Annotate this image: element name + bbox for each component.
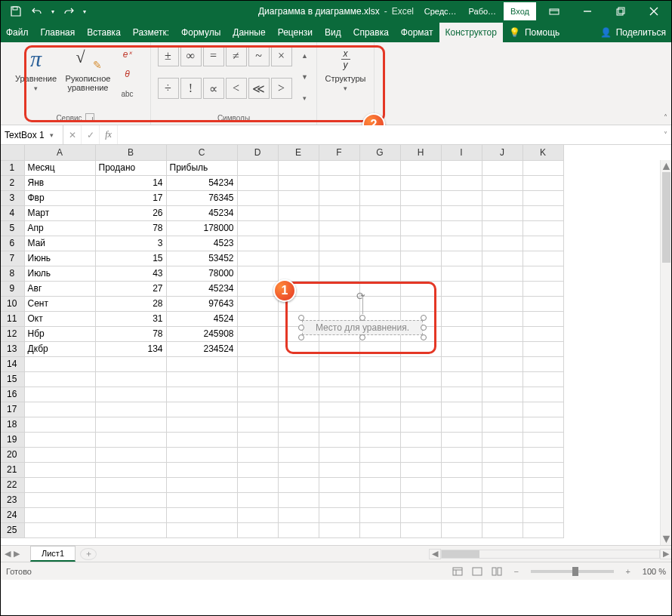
- row-header[interactable]: 24: [0, 507, 24, 522]
- cell[interactable]: [359, 205, 400, 220]
- cell[interactable]: [95, 356, 166, 371]
- cell[interactable]: [400, 175, 441, 190]
- resize-handle[interactable]: [298, 315, 304, 321]
- restore-icon[interactable]: [606, 0, 636, 23]
- cell[interactable]: [24, 477, 95, 492]
- cell[interactable]: [319, 296, 359, 311]
- cell[interactable]: [319, 236, 359, 251]
- cell[interactable]: [482, 236, 522, 251]
- cell[interactable]: [482, 522, 522, 537]
- cell[interactable]: [522, 507, 563, 522]
- equation-button[interactable]: π Уравнение ▾: [13, 45, 60, 103]
- cell[interactable]: [522, 432, 563, 447]
- symbol-times[interactable]: ×: [271, 45, 292, 66]
- resize-handle[interactable]: [421, 334, 427, 340]
- cell[interactable]: [319, 402, 359, 417]
- cell[interactable]: [400, 447, 441, 462]
- cell[interactable]: [359, 220, 400, 236]
- view-normal-icon[interactable]: [448, 565, 467, 578]
- cell[interactable]: [359, 462, 400, 477]
- cell[interactable]: [237, 266, 278, 281]
- cell[interactable]: [237, 507, 278, 522]
- cell[interactable]: [24, 462, 95, 477]
- sheet-nav-next-icon[interactable]: ▶: [14, 549, 20, 559]
- cell[interactable]: [319, 356, 359, 371]
- cell[interactable]: [237, 447, 278, 462]
- cell[interactable]: [278, 447, 319, 462]
- cell[interactable]: [400, 462, 441, 477]
- login-button[interactable]: Вход: [504, 2, 536, 20]
- sheet-nav[interactable]: ◀▶: [0, 546, 24, 562]
- row-header[interactable]: 25: [0, 522, 24, 537]
- row-header[interactable]: 10: [0, 296, 24, 311]
- cell[interactable]: [237, 296, 278, 311]
- resize-handle[interactable]: [298, 334, 304, 340]
- cell[interactable]: [95, 492, 166, 507]
- cell[interactable]: [522, 205, 563, 220]
- cell[interactable]: [400, 417, 441, 432]
- collapse-ribbon-icon[interactable]: ˄: [664, 113, 667, 122]
- cell[interactable]: 76345: [166, 190, 237, 205]
- cell[interactable]: [359, 507, 400, 522]
- cell[interactable]: [522, 477, 563, 492]
- cell[interactable]: [441, 432, 482, 447]
- cell[interactable]: [319, 281, 359, 296]
- professional-icon[interactable]: eˣ: [117, 45, 138, 63]
- formula-input[interactable]: [118, 125, 658, 144]
- cell[interactable]: [278, 356, 319, 371]
- cell[interactable]: [441, 266, 482, 281]
- cell[interactable]: [237, 522, 278, 537]
- cell[interactable]: [24, 492, 95, 507]
- row-header[interactable]: 8: [0, 266, 24, 281]
- text-icon[interactable]: abc: [117, 85, 138, 103]
- cell[interactable]: [278, 251, 319, 266]
- cell[interactable]: 78: [95, 326, 166, 341]
- ribbon-mode-icon[interactable]: [539, 0, 569, 23]
- cell[interactable]: [400, 190, 441, 205]
- hscroll-thumb[interactable]: [442, 550, 479, 558]
- row-header[interactable]: 4: [0, 205, 24, 220]
- cell[interactable]: [359, 251, 400, 266]
- cell[interactable]: [319, 205, 359, 220]
- cell[interactable]: [400, 371, 441, 387]
- cell[interactable]: Сент: [24, 296, 95, 311]
- column-header[interactable]: B: [95, 145, 166, 160]
- cell[interactable]: [278, 190, 319, 205]
- chevron-down-icon[interactable]: ▾: [50, 131, 54, 139]
- cell[interactable]: [166, 387, 237, 402]
- column-header[interactable]: H: [400, 145, 441, 160]
- cell[interactable]: [278, 160, 319, 175]
- cell[interactable]: [482, 311, 522, 326]
- cell[interactable]: [95, 477, 166, 492]
- cell[interactable]: [522, 417, 563, 432]
- tab-format[interactable]: Формат: [395, 23, 439, 42]
- cell[interactable]: [482, 402, 522, 417]
- cell[interactable]: [95, 417, 166, 432]
- cell[interactable]: 15: [95, 251, 166, 266]
- enter-icon[interactable]: ✓: [82, 125, 100, 144]
- cell[interactable]: [482, 251, 522, 266]
- cell[interactable]: [441, 205, 482, 220]
- cell[interactable]: [482, 160, 522, 175]
- cell[interactable]: [359, 417, 400, 432]
- cell[interactable]: [441, 311, 482, 326]
- cell[interactable]: Март: [24, 205, 95, 220]
- cell[interactable]: [95, 402, 166, 417]
- cell[interactable]: [24, 522, 95, 537]
- resize-handle[interactable]: [421, 315, 427, 321]
- symbol-div[interactable]: ÷: [158, 78, 179, 99]
- cell[interactable]: 234524: [166, 341, 237, 356]
- cell[interactable]: [359, 387, 400, 402]
- cell[interactable]: [24, 447, 95, 462]
- cell[interactable]: [95, 447, 166, 462]
- cell[interactable]: [319, 447, 359, 462]
- cell[interactable]: [482, 175, 522, 190]
- cell[interactable]: [441, 251, 482, 266]
- cell[interactable]: [482, 341, 522, 356]
- tab-review[interactable]: Рецензи: [272, 23, 319, 42]
- cell[interactable]: [319, 160, 359, 175]
- cell[interactable]: Фвр: [24, 190, 95, 205]
- resize-handle[interactable]: [298, 325, 304, 331]
- name-box[interactable]: ▾: [0, 125, 63, 144]
- cell[interactable]: [400, 160, 441, 175]
